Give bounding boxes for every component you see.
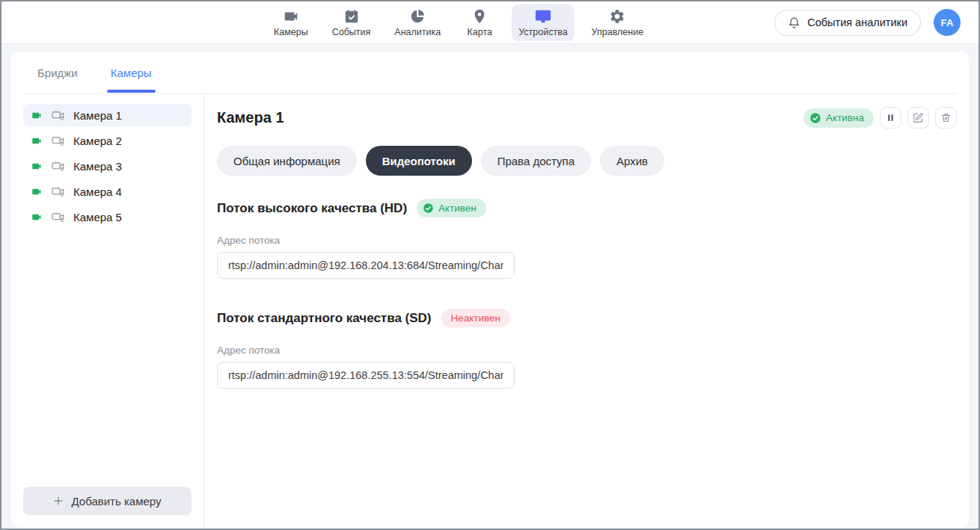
stream-title: Поток стандартного качества (SD): [217, 311, 432, 326]
nav-label: Аналитика: [394, 27, 441, 37]
bell-icon: [788, 16, 800, 29]
top-header: Камеры События Аналитика Карта Устройств: [1, 1, 979, 44]
list-item-camera-5[interactable]: Камера 5: [23, 206, 192, 228]
analytics-pie-icon: [409, 8, 426, 25]
videocam-icon: [283, 8, 299, 25]
nav-label: Карта: [467, 27, 491, 37]
camera-name: Камера 3: [73, 160, 122, 173]
devices-monitor-icon: [535, 8, 551, 25]
camera-online-icon: [31, 135, 43, 147]
check-circle-icon: [809, 112, 821, 124]
camera-list-sidebar: Камера 1 Камера 2: [11, 94, 204, 527]
camera-device-icon: [51, 108, 65, 123]
tab-archive[interactable]: Архив: [600, 146, 664, 176]
status-badge-label: Активна: [826, 112, 864, 123]
camera-detail-tabs: Общая информация Видеопотоки Права досту…: [217, 146, 957, 176]
plus-icon: [53, 496, 64, 506]
stream-address-label: Адрес потока: [217, 345, 957, 356]
pause-icon: [886, 113, 895, 123]
list-item-camera-2[interactable]: Камера 2: [23, 129, 192, 152]
nav-item-management[interactable]: Управление: [585, 4, 651, 41]
nav-item-events[interactable]: События: [325, 4, 378, 41]
page-background: Бриджи Камеры Камера 1: [1, 44, 979, 529]
stream-title: Поток высокого качества (HD): [217, 201, 407, 216]
nav-label: Управление: [592, 27, 644, 37]
camera-device-icon: [51, 134, 65, 148]
page-title: Камера 1: [217, 109, 284, 126]
camera-online-icon: [31, 186, 43, 197]
nav-item-analytics[interactable]: Аналитика: [388, 4, 447, 41]
list-item-camera-4[interactable]: Камера 4: [23, 180, 192, 203]
camera-name: Камера 1: [73, 109, 122, 122]
camera-device-icon: [51, 210, 65, 224]
nav-label: События: [332, 27, 371, 37]
nav-item-devices[interactable]: Устройства: [512, 4, 574, 41]
add-camera-button[interactable]: Добавить камеру: [23, 487, 192, 515]
tab-video-streams[interactable]: Видеопотоки: [366, 146, 472, 176]
camera-device-icon: [51, 185, 65, 199]
camera-name: Камера 4: [73, 185, 122, 198]
map-pin-icon: [471, 8, 488, 25]
main-navigation: Камеры События Аналитика Карта Устройств: [267, 1, 650, 43]
stream-status-badge: Активен: [417, 199, 486, 218]
edit-button[interactable]: [907, 107, 929, 129]
camera-online-icon: [31, 161, 43, 172]
tab-bridges[interactable]: Бриджи: [35, 52, 80, 93]
stream-status-label: Активен: [438, 203, 477, 214]
check-circle-icon: [423, 203, 434, 214]
trash-icon: [940, 112, 952, 123]
device-type-tabs: Бриджи Камеры: [25, 52, 957, 94]
avatar[interactable]: FA: [934, 9, 961, 36]
pause-button[interactable]: [880, 107, 901, 129]
camera-device-icon: [51, 159, 65, 173]
hd-stream-section: Поток высокого качества (HD) Активен Адр…: [217, 199, 957, 279]
stream-address-label: Адрес потока: [217, 235, 957, 246]
tab-cameras[interactable]: Камеры: [108, 52, 154, 93]
nav-label: Устройства: [518, 27, 567, 37]
events-calendar-icon: [343, 8, 360, 25]
camera-online-icon: [31, 110, 43, 121]
add-camera-label: Добавить камеру: [71, 495, 161, 508]
analytics-events-button[interactable]: События аналитики: [774, 10, 921, 36]
camera-list: Камера 1 Камера 2: [23, 104, 192, 487]
camera-name: Камера 2: [73, 135, 122, 147]
delete-button[interactable]: [935, 107, 957, 129]
hd-stream-address-input[interactable]: [217, 252, 515, 279]
list-item-camera-3[interactable]: Камера 3: [23, 155, 192, 177]
devices-card: Бриджи Камеры Камера 1: [11, 52, 969, 527]
analytics-events-label: События аналитики: [807, 16, 907, 28]
status-badge: Активна: [803, 108, 874, 128]
camera-name: Камера 5: [73, 211, 122, 224]
sd-stream-section: Поток стандартного качества (SD) Неактив…: [217, 309, 957, 389]
nav-item-cameras[interactable]: Камеры: [267, 4, 315, 41]
list-item-camera-1[interactable]: Камера 1: [23, 104, 192, 126]
gear-icon: [609, 8, 625, 25]
tab-access-rights[interactable]: Права доступа: [481, 146, 591, 176]
sd-stream-address-input[interactable]: [217, 362, 515, 389]
tab-general-info[interactable]: Общая информация: [217, 146, 357, 176]
camera-online-icon: [31, 212, 43, 223]
stream-status-badge: Неактивен: [441, 309, 511, 327]
stream-status-label: Неактивен: [451, 312, 501, 324]
edit-pencil-icon: [913, 112, 924, 123]
nav-label: Камеры: [274, 27, 308, 37]
nav-item-map[interactable]: Карта: [458, 4, 501, 41]
camera-detail-panel: Камера 1 Активна: [204, 94, 969, 527]
